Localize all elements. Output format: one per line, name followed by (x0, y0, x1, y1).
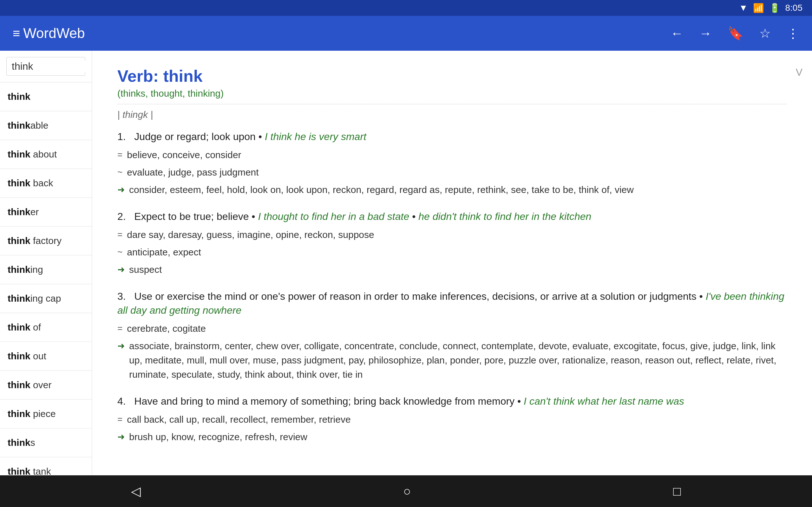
def-number-1: 1. (117, 131, 126, 142)
sidebar-item-think-tank[interactable]: think tank (0, 457, 92, 475)
nav-recent-button[interactable]: □ (654, 478, 700, 505)
def-number-2: 2. (117, 211, 126, 222)
sidebar: × think thinkable think about think back… (0, 51, 92, 475)
dictionary-content[interactable]: V N Verb: think (thinks, thought, thinki… (92, 51, 812, 475)
status-bar: ▼ 📶 🔋 8:05 (0, 0, 812, 16)
rel-words-1-arrow: consider, esteem, feel, hold, look on, l… (129, 182, 786, 197)
sidebar-item-think-piece[interactable]: think piece (0, 400, 92, 429)
eq-symbol: = (117, 148, 122, 162)
battery-icon: 🔋 (769, 3, 780, 13)
signal-icon: 📶 (753, 3, 764, 13)
nav-home-button[interactable]: ○ (384, 478, 430, 505)
sidebar-item-rest: factory (31, 235, 61, 246)
bullet-2b: • (412, 211, 415, 222)
rel-words-2-tilde: anticipate, expect (127, 245, 786, 259)
sidebar-item-rest: ing (31, 264, 43, 275)
word-forms: (thinks, thought, thinking) (117, 88, 786, 99)
sidebar-item-thinkable[interactable]: thinkable (0, 111, 92, 140)
definition-item-4: 4. Have and bring to mind a memory of so… (117, 394, 786, 444)
sidebar-item-rest: er (31, 207, 39, 217)
sidebar-item-think[interactable]: think (0, 82, 92, 111)
def-rel-1-eq: = believe, conceive, consider (117, 148, 786, 162)
sidebar-item-think-over[interactable]: think over (0, 371, 92, 400)
app-bar-actions: ← → 🔖 ☆ ⋮ (667, 23, 803, 44)
sidebar-item-bold: think (8, 207, 31, 217)
sidebar-item-bold: think (8, 293, 31, 303)
rel-words-3-eq: cerebrate, cogitate (127, 321, 786, 336)
more-button[interactable]: ⋮ (783, 23, 803, 44)
def-rel-2-eq: = dare say, daresay, guess, imagine, opi… (117, 228, 786, 242)
bullet-3: • (699, 291, 703, 302)
sidebar-item-bold: think (8, 466, 31, 475)
sidebar-item-think-out[interactable]: think out (0, 342, 92, 371)
sidebar-item-thinking[interactable]: thinking (0, 256, 92, 284)
sidebar-item-bold: think (8, 91, 31, 102)
nav-back-button[interactable]: ◁ (112, 477, 160, 505)
def-example-2a: I thought to find her in a bad state (258, 211, 409, 222)
nav-home-icon: ○ (403, 484, 411, 498)
def-rel-3-eq: = cerebrate, cogitate (117, 321, 786, 336)
def-number-3: 3. (117, 291, 126, 302)
back-icon: ← (670, 26, 683, 40)
sidebar-item-rest: tank (31, 466, 51, 475)
sidebar-item-thinker[interactable]: thinker (0, 198, 92, 227)
wifi-icon: ▼ (739, 3, 748, 13)
def-main-4: 4. Have and bring to mind a memory of so… (117, 394, 786, 408)
def-rel-3-arrow: ➜ associate, brainstorm, center, chew ov… (117, 339, 786, 382)
bookmark-button[interactable]: 🔖 (724, 23, 747, 44)
def-rel-2-arrow: ➜ suspect (117, 262, 786, 277)
sidebar-item-thinks[interactable]: thinks (0, 429, 92, 457)
pronunciation: | thingk | (117, 109, 786, 120)
scroll-indicator: V (796, 66, 803, 78)
sidebar-list: think thinkable think about think back t… (0, 82, 92, 475)
sidebar-item-bold: think (8, 120, 31, 130)
def-rel-4-arrow: ➜ brush up, know, recognize, refresh, re… (117, 430, 786, 444)
forward-button[interactable]: → (696, 23, 715, 44)
rel-words-2-arrow: suspect (129, 262, 786, 277)
bookmark-icon: 🔖 (728, 26, 744, 40)
status-icons: ▼ 📶 🔋 8:05 (739, 3, 803, 13)
star-button[interactable]: ☆ (756, 23, 774, 44)
eq-symbol-2: = (117, 228, 122, 241)
bullet-4: • (517, 395, 521, 407)
word-divider (117, 104, 786, 104)
eq-symbol-4: = (117, 413, 122, 426)
sidebar-item-think-of[interactable]: think of (0, 313, 92, 342)
rel-words-1-tilde: evaluate, judge, pass judgment (127, 165, 786, 179)
sidebar-item-thinking-cap[interactable]: thinking cap (0, 284, 92, 313)
bottom-nav: ◁ ○ □ (0, 475, 812, 507)
sidebar-item-bold: think (8, 178, 31, 188)
back-button[interactable]: ← (667, 23, 687, 44)
eq-symbol-3: = (117, 322, 122, 335)
sidebar-item-bold: think (8, 351, 31, 361)
arrow-symbol-2: ➜ (117, 263, 125, 276)
def-example-1: I think he is very smart (265, 131, 366, 142)
tilde-symbol-2: ~ (117, 245, 122, 259)
def-rel-1-arrow: ➜ consider, esteem, feel, hold, look on,… (117, 182, 786, 197)
search-input[interactable] (12, 60, 92, 72)
sidebar-item-rest: over (31, 380, 52, 390)
rel-words-2-eq: dare say, daresay, guess, imagine, opine… (127, 228, 786, 242)
star-icon: ☆ (759, 26, 771, 40)
definition-item-3: 3. Use or exercise the mind or one's pow… (117, 289, 786, 382)
app-bar: ≡ WordWeb ← → 🔖 ☆ ⋮ (0, 16, 812, 51)
sidebar-item-bold: think (8, 235, 31, 246)
sidebar-item-think-back[interactable]: think back (0, 169, 92, 198)
tilde-symbol: ~ (117, 166, 122, 179)
arrow-symbol-4: ➜ (117, 430, 125, 444)
nav-recent-icon: □ (673, 484, 681, 498)
def-example-4: I can't think what her last name was (524, 395, 684, 407)
forward-icon: → (699, 26, 712, 40)
sidebar-item-bold: think (8, 408, 31, 419)
def-rel-4-eq: = call back, call up, recall, recollect,… (117, 412, 786, 427)
word-title: Verb: think (117, 66, 786, 86)
def-main-2: 2. Expect to be true; believe • I though… (117, 210, 786, 224)
sidebar-item-think-factory[interactable]: think factory (0, 227, 92, 256)
def-rel-1-tilde: ~ evaluate, judge, pass judgment (117, 165, 786, 179)
rel-words-1-eq: believe, conceive, consider (127, 148, 786, 162)
search-box: × (0, 51, 92, 82)
menu-button[interactable]: ≡ (9, 23, 23, 44)
sidebar-item-think-about[interactable]: think about (0, 140, 92, 169)
sidebar-item-bold: think (8, 380, 31, 390)
sidebar-item-rest: out (31, 351, 46, 361)
